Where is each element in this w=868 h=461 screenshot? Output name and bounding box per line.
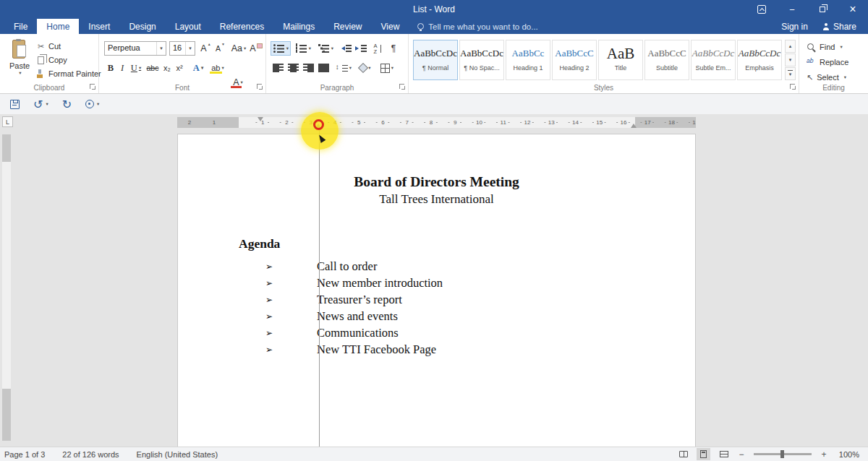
bullet-arrow-icon: ➢ — [265, 345, 273, 355]
line-spacing-button[interactable] — [333, 61, 354, 75]
read-mode-button[interactable] — [676, 448, 690, 460]
superscript-button[interactable]: x² — [174, 61, 185, 75]
italic-button[interactable]: I — [117, 61, 127, 75]
tell-me-box[interactable]: Tell me what you want to do... — [417, 19, 538, 34]
zoom-level[interactable]: 100% — [835, 450, 859, 459]
tab-references[interactable]: References — [210, 19, 273, 34]
borders-button[interactable] — [377, 61, 397, 75]
styles-more-button[interactable] — [785, 67, 796, 80]
strikethrough-button[interactable]: abc — [145, 61, 160, 75]
style-heading-2[interactable]: AaBbCcC Heading 2 — [552, 40, 597, 80]
share-label: Share — [833, 22, 856, 32]
style-no-spacing[interactable]: AaBbCcDc ¶ No Spac... — [459, 40, 504, 80]
styles-scroll-down-button[interactable] — [785, 53, 796, 66]
bullet-arrow-icon: ➢ — [265, 262, 273, 272]
tab-design[interactable]: Design — [119, 19, 165, 34]
sign-in-link[interactable]: Sign in — [781, 22, 808, 32]
styles-scroll-up-button[interactable] — [785, 40, 796, 53]
align-center-button[interactable] — [286, 61, 300, 75]
page-indicator[interactable]: Page 1 of 3 — [4, 450, 45, 459]
clear-formatting-button[interactable]: A — [249, 41, 263, 56]
decrease-indent-button[interactable] — [339, 41, 353, 56]
paragraph-dialog-launcher[interactable] — [399, 84, 406, 90]
replace-button[interactable]: Replace — [807, 56, 848, 69]
tab-stop-selector[interactable]: L — [2, 116, 13, 127]
tab-file[interactable]: File — [4, 19, 37, 34]
grow-font-button[interactable]: A — [199, 41, 212, 56]
style-subtle-emphasis[interactable]: AaBbCcDc Subtle Em... — [691, 40, 736, 80]
style-title[interactable]: AaB Title — [598, 40, 643, 80]
text-effects-button[interactable]: A — [190, 61, 206, 75]
style-emphasis[interactable]: AaBbCcDc Emphasis — [737, 40, 782, 80]
sort-button[interactable] — [370, 41, 385, 56]
shading-button[interactable] — [356, 61, 375, 75]
justify-button[interactable] — [316, 61, 331, 75]
clipboard-dialog-launcher[interactable] — [90, 84, 96, 90]
tab-layout[interactable]: Layout — [166, 19, 210, 34]
tab-home[interactable]: Home — [37, 19, 79, 34]
touch-mouse-mode-button[interactable] — [85, 100, 99, 108]
font-dialog-launcher[interactable] — [257, 84, 263, 90]
increase-indent-button[interactable] — [354, 41, 368, 56]
right-indent-marker[interactable] — [631, 124, 637, 128]
zoom-out-button[interactable]: − — [737, 449, 746, 460]
text-highlight-color-button[interactable]: ab — [208, 61, 227, 75]
list-item: ➢ Call to order — [178, 259, 695, 276]
subscript-button[interactable]: x₂ — [161, 61, 173, 75]
underline-button[interactable]: U — [128, 61, 144, 75]
web-layout-button[interactable] — [717, 448, 731, 460]
zoom-slider-thumb[interactable] — [780, 450, 784, 458]
undo-button[interactable]: ↺ — [33, 98, 48, 111]
document-page[interactable]: Board of Directors Meeting Tall Trees In… — [177, 134, 696, 447]
tab-review[interactable]: Review — [324, 19, 371, 34]
cut-button[interactable]: ✂ Cut — [36, 40, 101, 52]
align-right-button[interactable] — [301, 61, 315, 75]
save-button[interactable] — [10, 100, 20, 109]
font-size-combo[interactable]: 16 — [169, 41, 195, 56]
zoom-slider[interactable] — [754, 453, 812, 455]
shrink-font-button[interactable]: A — [213, 41, 226, 56]
pilcrow-icon: ¶ — [391, 43, 396, 53]
show-paragraph-marks-button[interactable]: ¶ — [386, 41, 401, 56]
style-heading-1[interactable]: AaBbCc Heading 1 — [506, 40, 550, 80]
paste-button[interactable]: Paste — [4, 38, 35, 86]
redo-button[interactable]: ↻ — [62, 98, 72, 111]
share-button[interactable]: Share — [822, 22, 856, 32]
close-button[interactable]: × — [838, 0, 868, 19]
tab-view[interactable]: View — [372, 19, 409, 34]
font-name-dropdown-icon[interactable] — [156, 42, 166, 55]
language-indicator[interactable]: English (United States) — [137, 450, 218, 459]
multilevel-list-button[interactable] — [315, 41, 336, 56]
lightbulb-icon — [417, 23, 424, 30]
redo-icon: ↻ — [62, 98, 72, 111]
zoom-in-button[interactable]: + — [820, 449, 828, 460]
style-subtitle[interactable]: AaBbCcC Subtitle — [644, 40, 689, 80]
style-normal[interactable]: AaBbCcDc ¶ Normal — [413, 40, 458, 80]
paste-label: Paste — [9, 61, 30, 70]
print-layout-button[interactable] — [697, 448, 710, 460]
align-left-button[interactable] — [271, 61, 285, 75]
undo-icon: ↺ — [33, 98, 43, 111]
horizontal-ruler[interactable]: 2 1 12345678910111213141516171819 — [177, 117, 696, 128]
ribbon-display-options-button[interactable] — [746, 0, 777, 19]
font-size-dropdown-icon[interactable] — [185, 42, 195, 55]
restore-button[interactable] — [807, 0, 838, 19]
styles-dialog-launcher[interactable] — [790, 84, 796, 90]
bullets-button[interactable] — [271, 41, 291, 56]
select-button[interactable]: Select — [807, 71, 846, 84]
word-count[interactable]: 22 of 126 words — [62, 450, 119, 459]
ruler-margin-number: 2 — [186, 117, 193, 128]
minimize-button[interactable]: − — [777, 0, 807, 19]
change-case-button[interactable]: Aa — [230, 41, 247, 56]
numbering-button[interactable] — [293, 41, 313, 56]
font-name-combo[interactable]: Perpetua — [104, 41, 166, 56]
bold-button[interactable]: B — [105, 61, 116, 75]
copy-button[interactable]: Copy — [36, 54, 101, 66]
first-line-indent-marker[interactable] — [258, 117, 263, 121]
vertical-ruler[interactable] — [2, 134, 11, 441]
status-bar: Page 1 of 3 22 of 126 words English (Uni… — [0, 447, 868, 461]
find-button[interactable]: Find — [807, 40, 843, 53]
tab-mailings[interactable]: Mailings — [273, 19, 324, 34]
format-painter-button[interactable]: Format Painter — [36, 68, 101, 79]
tab-insert[interactable]: Insert — [79, 19, 119, 34]
